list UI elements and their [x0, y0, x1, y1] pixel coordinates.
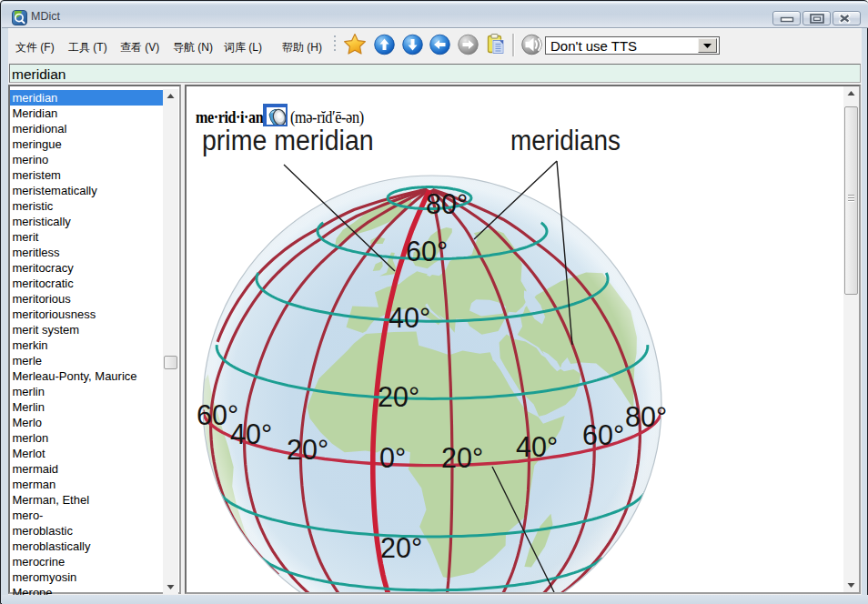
svg-text:20°: 20°: [378, 381, 419, 412]
svg-text:40°: 40°: [516, 431, 558, 462]
svg-text:0°: 0°: [379, 442, 406, 473]
svg-text:40°: 40°: [230, 418, 272, 449]
svg-text:80°: 80°: [625, 401, 667, 432]
svg-text:60°: 60°: [406, 236, 448, 267]
svg-text:20°: 20°: [441, 442, 483, 473]
svg-text:60°: 60°: [582, 419, 624, 450]
svg-text:20°: 20°: [287, 434, 328, 465]
svg-text:40°: 40°: [389, 302, 430, 333]
svg-text:80°: 80°: [426, 188, 468, 219]
svg-text:20°: 20°: [380, 532, 422, 563]
